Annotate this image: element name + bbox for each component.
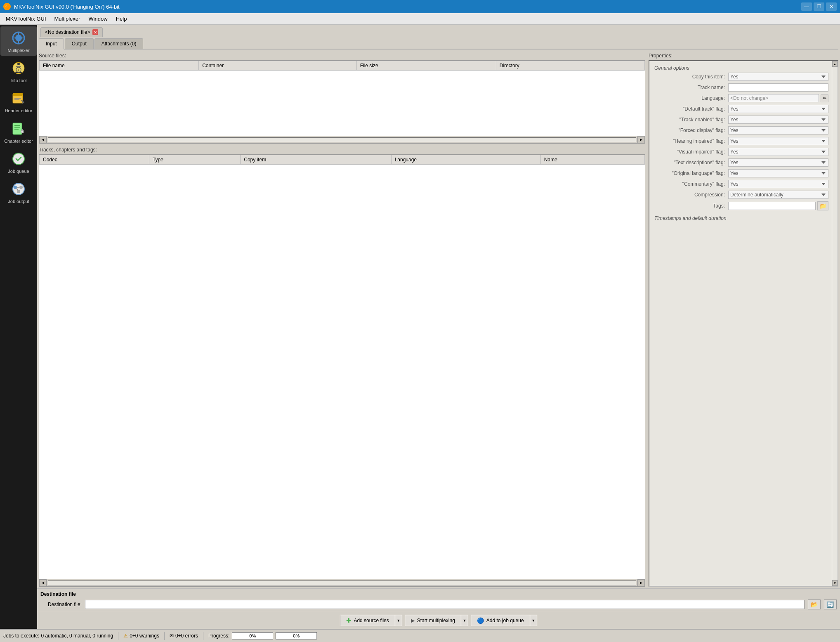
prop-tags-folder-btn[interactable]: 📁	[817, 201, 828, 210]
prop-language-edit-btn[interactable]: ✏	[821, 94, 828, 102]
close-button[interactable]: ✕	[826, 2, 837, 11]
prop-select-track-enabled[interactable]: YesNo	[728, 116, 828, 124]
prop-tags-control: 📁	[728, 201, 828, 210]
header-editor-icon	[10, 90, 27, 106]
sidebar-item-multiplexer[interactable]: Multiplexer	[0, 26, 37, 56]
destination-clear-btn[interactable]: 🔄	[824, 600, 837, 609]
start-mux-dropdown[interactable]: ▼	[461, 615, 468, 626]
start-mux-group: ▶ Start multiplexing ▼	[405, 615, 468, 626]
multiplexer-icon	[10, 30, 27, 46]
destination-file-input[interactable]	[85, 600, 805, 609]
v-scroll-track[interactable]	[832, 67, 838, 580]
prop-row-hearing-impaired: "Hearing impaired" flag: YesNo	[653, 137, 828, 145]
tab-input[interactable]: Input	[39, 38, 64, 50]
destination-browse-btn[interactable]: 📂	[808, 600, 821, 609]
errors-value: 0+0 errors	[175, 633, 198, 639]
hscroll-left-arrow[interactable]: ◀	[39, 136, 47, 144]
tracks-hscroll-left[interactable]: ◀	[39, 579, 47, 587]
sidebar-item-job-output[interactable]: Job output	[0, 177, 37, 207]
add-icon: ✚	[346, 617, 351, 624]
status-sep-3	[203, 632, 203, 640]
prop-select-visual-impaired[interactable]: YesNo	[728, 148, 828, 156]
start-multiplexing-button[interactable]: ▶ Start multiplexing	[405, 615, 461, 626]
properties-wrapper: General options Copy this item: YesNo	[649, 60, 838, 587]
restore-button[interactable]: ❐	[814, 2, 824, 11]
prop-select-hearing-impaired[interactable]: YesNo	[728, 137, 828, 145]
prop-control-commentary: YesNo	[728, 180, 828, 188]
tab-attachments[interactable]: Attachments (0)	[94, 38, 144, 49]
prop-control-default-track: YesNo	[728, 105, 828, 113]
tracks-hscroll-track[interactable]	[48, 581, 636, 585]
job-output-icon	[10, 181, 27, 197]
prop-control-original-language: YesNo	[728, 169, 828, 177]
source-files-table-container[interactable]: File name Container File size Directory	[39, 60, 645, 136]
tracks-table-container[interactable]: Codec Type Copy item Language Name	[39, 154, 645, 579]
prop-input-tags[interactable]	[728, 202, 816, 210]
prop-select-compression[interactable]: Determine automaticallyNonezlib	[728, 191, 828, 199]
v-scroll-down[interactable]: ▼	[832, 580, 838, 586]
add-to-job-queue-button[interactable]: 🔵 Add to job queue	[471, 615, 530, 626]
prop-group-timestamps: Timestamps and default duration	[653, 213, 828, 223]
warnings-status: ⚠ 0+0 warnings	[123, 633, 159, 639]
prop-select-copy-item[interactable]: YesNo	[728, 73, 828, 81]
prop-row-original-language: "Original language" flag: YesNo	[653, 169, 828, 177]
start-mux-label: Start multiplexing	[417, 618, 455, 623]
prop-select-original-language[interactable]: YesNo	[728, 169, 828, 177]
menu-item-help[interactable]: Help	[112, 14, 131, 24]
prop-label-track-enabled: "Track enabled" flag:	[653, 117, 725, 123]
sidebar-label-job-output: Job output	[8, 199, 29, 204]
v-scroll-up[interactable]: ▲	[832, 61, 838, 67]
progress-value-1: 0%	[232, 633, 273, 639]
prop-control-visual-impaired: YesNo	[728, 148, 828, 156]
prop-select-commentary[interactable]: YesNo	[728, 180, 828, 188]
prop-row-compression: Compression: Determine automaticallyNone…	[653, 191, 828, 199]
menu-item-multiplexer[interactable]: Multiplexer	[50, 14, 85, 24]
destination-file-label: Destination file:	[40, 602, 82, 607]
prop-select-default-track[interactable]: YesNo	[728, 105, 828, 113]
hscroll-track[interactable]	[48, 137, 636, 142]
job-icon: 🔵	[477, 617, 484, 624]
menu-item-mkvtoolnix[interactable]: MKVToolNix GUI	[2, 14, 50, 24]
app-icon: 🔶	[3, 3, 11, 10]
sidebar-item-job-queue[interactable]: Job queue	[0, 147, 37, 177]
prop-control-hearing-impaired: YesNo	[728, 137, 828, 145]
prop-select-forced-display[interactable]: YesNo	[728, 126, 828, 135]
progress-label: Progress:	[208, 633, 229, 639]
tracks-section: Tracks, chapters and tags: Codec Type Co…	[39, 147, 645, 587]
status-sep-1	[118, 632, 118, 640]
svg-point-3	[18, 63, 19, 65]
prop-label-text-descriptions: "Text descriptions" flag:	[653, 160, 725, 165]
file-tab[interactable]: <No destination file> ✕	[40, 27, 103, 37]
add-job-dropdown[interactable]: ▼	[530, 615, 537, 626]
info-tool-icon: i	[10, 60, 27, 76]
menu-item-window[interactable]: Window	[84, 14, 111, 24]
tracks-hscroll: ◀ ▶	[39, 579, 645, 587]
tracks-hscroll-right[interactable]: ▶	[637, 579, 645, 587]
sidebar-item-chapter-editor[interactable]: Chapter editor	[0, 117, 37, 146]
sidebar-item-info-tool[interactable]: i Info tool	[0, 57, 37, 86]
add-source-dropdown[interactable]: ▼	[395, 615, 402, 626]
file-tab-close[interactable]: ✕	[92, 29, 98, 35]
prop-input-track-name[interactable]	[728, 83, 828, 92]
sidebar-item-header-editor[interactable]: Header editor	[0, 87, 37, 116]
prop-row-visual-impaired: "Visual impaired" flag: YesNo	[653, 148, 828, 156]
hscroll-right-arrow[interactable]: ▶	[637, 136, 645, 144]
prop-label-hearing-impaired: "Hearing impaired" flag:	[653, 138, 725, 144]
sidebar-label-chapter-editor: Chapter editor	[4, 139, 33, 144]
prop-row-forced-display: "Forced display" flag: YesNo	[653, 126, 828, 135]
properties-scroll[interactable]: General options Copy this item: YesNo	[649, 61, 832, 586]
minimize-button[interactable]: —	[801, 2, 812, 11]
jobs-label: Jobs to execute:	[3, 633, 39, 639]
prop-label-track-name: Track name:	[653, 85, 725, 90]
app-title: MKVToolNix GUI v90.0 ('Hanging On') 64-b…	[14, 4, 120, 10]
destination-section: Destination file Destination file: 📂 🔄	[37, 588, 840, 612]
add-source-label: Add source files	[354, 618, 389, 623]
prop-select-text-descriptions[interactable]: YesNo	[728, 158, 828, 167]
prop-label-original-language: "Original language" flag:	[653, 170, 725, 176]
add-source-files-button[interactable]: ✚ Add source files	[340, 615, 394, 626]
add-job-group: 🔵 Add to job queue ▼	[471, 615, 537, 626]
sidebar-label-info-tool: Info tool	[10, 78, 26, 83]
file-tab-label: <No destination file>	[45, 29, 90, 35]
inner-tabs: Input Output Attachments (0)	[39, 38, 838, 50]
tab-output[interactable]: Output	[65, 38, 94, 49]
